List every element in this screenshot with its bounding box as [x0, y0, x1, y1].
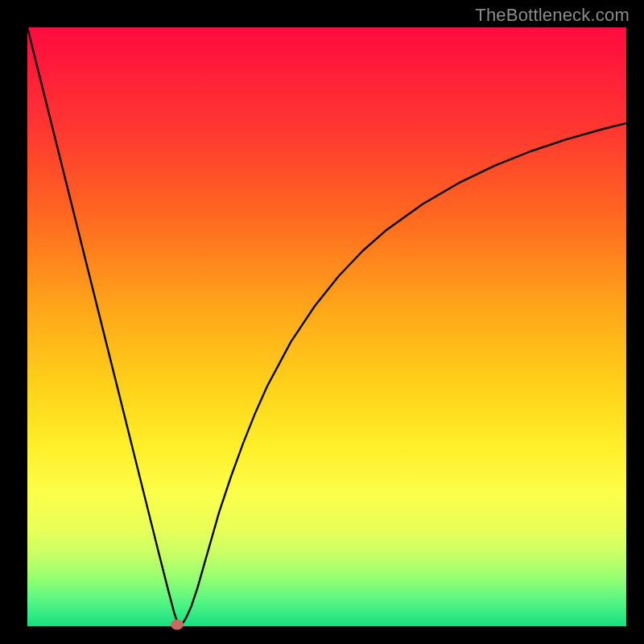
- watermark-text: TheBottleneck.com: [475, 5, 630, 26]
- optimum-marker: [171, 619, 184, 630]
- plot-area: [27, 27, 626, 626]
- bottleneck-curve: [27, 27, 626, 626]
- chart-frame: TheBottleneck.com: [0, 0, 644, 644]
